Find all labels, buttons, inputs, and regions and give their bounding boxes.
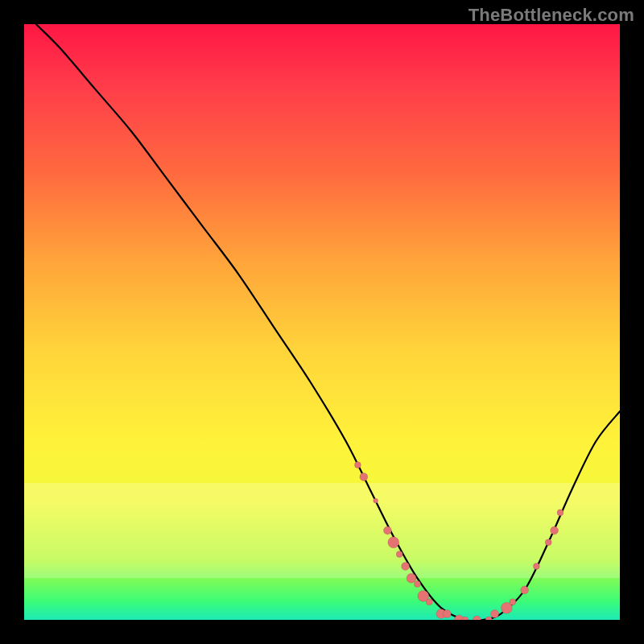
data-dot — [473, 616, 481, 620]
data-dot — [551, 526, 559, 535]
data-dot — [383, 526, 391, 535]
data-dot — [360, 473, 368, 481]
data-dot — [388, 537, 399, 548]
data-dot — [485, 617, 492, 620]
watermark-text: TheBottleneck.com — [469, 5, 634, 26]
plot-area — [24, 24, 620, 620]
chart-svg — [24, 24, 620, 620]
curve-line — [36, 24, 620, 620]
scatter-points — [354, 462, 564, 620]
data-dot — [414, 581, 420, 588]
data-dot — [557, 510, 564, 516]
data-dot — [545, 539, 551, 546]
data-dot — [443, 610, 451, 618]
chart-container: TheBottleneck.com — [0, 0, 644, 644]
data-dot — [374, 498, 378, 503]
data-dot — [510, 599, 516, 605]
data-dot — [354, 462, 361, 469]
data-dot — [491, 610, 499, 618]
data-dot — [396, 551, 402, 558]
data-dot — [402, 562, 410, 570]
data-dot — [426, 599, 432, 605]
data-dot — [521, 586, 529, 594]
data-dot — [533, 563, 539, 569]
data-dot — [407, 573, 416, 583]
